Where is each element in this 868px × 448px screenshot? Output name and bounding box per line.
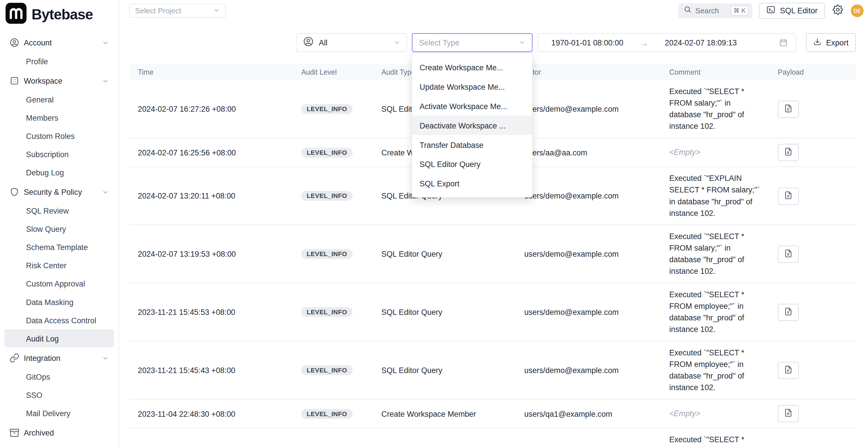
- sidebar-item-custom-roles[interactable]: Custom Roles: [4, 127, 114, 145]
- sidebar-item-sql-review[interactable]: SQL Review: [4, 201, 114, 220]
- menu-item-transfer-database[interactable]: Transfer Database: [412, 135, 533, 155]
- cell-audit-type: SQL Editor Query: [373, 244, 515, 264]
- bytebase-logo-icon: [5, 3, 27, 26]
- download-icon: [813, 38, 822, 47]
- user-circle-icon: [9, 38, 20, 47]
- file-icon: [784, 249, 793, 259]
- column-header-audit-level: Audit Level: [292, 68, 373, 76]
- sidebar-item-sso[interactable]: SSO: [4, 386, 114, 404]
- sidebar-item-workspace[interactable]: Workspace: [4, 71, 114, 90]
- sidebar-nav: Account Profile Workspace General Member…: [0, 28, 118, 442]
- actor-scope-select[interactable]: All: [296, 33, 407, 52]
- cell-actor: users/qa1@example.com: [515, 404, 660, 424]
- sidebar-item-subscription[interactable]: Subscription: [4, 145, 114, 163]
- cell-actor: users/demo@example.com: [515, 186, 660, 206]
- file-icon: [784, 191, 793, 201]
- sidebar-section-label: Workspace: [24, 76, 102, 85]
- cell-audit-type: SQL Editor Query: [373, 360, 515, 380]
- sidebar-item-schema-template[interactable]: Schema Template: [4, 238, 114, 256]
- payload-button[interactable]: [778, 187, 799, 204]
- chevron-down-icon: [213, 7, 220, 14]
- sidebar-item-label: Mail Delivery: [26, 409, 70, 418]
- sidebar-item-audit-log[interactable]: Audit Log: [4, 329, 114, 348]
- sidebar-item-gitops[interactable]: GitOps: [4, 367, 114, 386]
- audit-level-badge: LEVEL_INFO: [301, 249, 353, 259]
- date-range-picker[interactable]: 1970-01-01 08:00:00 → 2024-02-07 18:09:1…: [538, 33, 796, 52]
- menu-item-sql-export[interactable]: SQL Export: [412, 174, 533, 193]
- payload-button[interactable]: [778, 246, 799, 262]
- cell-time: 2023-11-21 15:45:53 +08:00: [129, 302, 292, 322]
- sidebar-section-label: Account: [24, 38, 102, 47]
- menu-item-deactivate-workspace-member[interactable]: Deactivate Workspace ...: [412, 116, 533, 135]
- sql-editor-button[interactable]: SQL Editor: [759, 3, 825, 19]
- cell-audit-type: SQL Editor Query: [373, 302, 515, 322]
- audit-level-badge: LEVEL_INFO: [301, 307, 353, 317]
- cell-time: 2024-02-07 13:19:53 +08:00: [129, 244, 292, 264]
- date-start-value: 1970-01-01 08:00:00: [551, 38, 623, 47]
- menu-item-sql-editor-query[interactable]: SQL Editor Query: [412, 154, 533, 174]
- file-icon: [784, 147, 793, 158]
- search-icon: [684, 5, 691, 15]
- sidebar-item-label: GitOps: [26, 372, 50, 381]
- table-row: 2023-11-04 22:48:30 +08:00 LEVEL_INFO Cr…: [129, 399, 856, 428]
- payload-button[interactable]: [778, 144, 799, 161]
- payload-button[interactable]: [778, 405, 799, 422]
- file-icon: [784, 408, 793, 419]
- arrow-right-icon: →: [640, 38, 648, 47]
- sidebar-item-mail-delivery[interactable]: Mail Delivery: [4, 404, 114, 422]
- sidebar-item-general[interactable]: General: [4, 90, 114, 108]
- file-icon: [784, 307, 793, 317]
- sidebar-item-label: General: [26, 95, 54, 104]
- cell-actor: users/demo@example.com: [515, 99, 660, 119]
- sidebar-item-archived[interactable]: Archived: [4, 423, 114, 442]
- sidebar-item-debug-log[interactable]: Debug Log: [4, 163, 114, 182]
- sidebar-item-security-policy[interactable]: Security & Policy: [4, 183, 114, 201]
- sidebar-item-label: Audit Log: [26, 334, 59, 343]
- audit-level-badge: LEVEL_INFO: [301, 365, 353, 375]
- payload-button[interactable]: [778, 303, 799, 321]
- sidebar-item-risk-center[interactable]: Risk Center: [4, 256, 114, 274]
- sidebar-item-data-masking[interactable]: Data Masking: [4, 293, 114, 311]
- export-button[interactable]: Export: [806, 33, 856, 52]
- search-shortcut: ⌘ K: [731, 5, 748, 15]
- sidebar-section-label: Security & Policy: [24, 188, 102, 196]
- app-root: Bytebase Account Profile Workspace Gener…: [0, 0, 868, 448]
- cell-time: 2024-02-07 13:20:11 +08:00: [129, 186, 292, 206]
- gear-icon: [833, 4, 843, 17]
- cell-actor: users/demo@example.com: [515, 244, 660, 264]
- table-row: 2023-11-21 15:45:53 +08:00 LEVEL_INFO SQ…: [129, 283, 856, 342]
- audit-level-badge: LEVEL_INFO: [301, 148, 353, 157]
- menu-item-activate-workspace-member[interactable]: Activate Workspace Me...: [412, 96, 533, 116]
- menu-item-update-workspace-member[interactable]: Update Workspace Me...: [412, 77, 533, 96]
- sidebar-item-label: Subscription: [26, 150, 69, 159]
- main-area: Select Project Search ⌘ K SQL Editor DE …: [119, 0, 868, 448]
- shield-icon: [9, 187, 20, 197]
- sidebar-item-members[interactable]: Members: [4, 108, 114, 127]
- column-header-actor: Actor: [515, 68, 660, 76]
- avatar[interactable]: DE: [851, 4, 864, 17]
- topbar: Select Project Search ⌘ K SQL Editor DE: [119, 0, 868, 21]
- sidebar-item-integration[interactable]: Integration: [4, 349, 114, 367]
- sidebar-item-profile[interactable]: Profile: [4, 52, 114, 70]
- settings-button[interactable]: [833, 4, 843, 17]
- menu-item-create-workspace-member[interactable]: Create Workspace Me...: [412, 58, 533, 77]
- sidebar-item-custom-approval[interactable]: Custom Approval: [4, 274, 114, 293]
- brand-logo[interactable]: Bytebase: [0, 0, 118, 28]
- cell-comment: Executed `"EXPLAIN SELECT * FROM salary;…: [660, 167, 769, 225]
- sidebar-item-account[interactable]: Account: [4, 33, 114, 52]
- sidebar-item-slow-query[interactable]: Slow Query: [4, 220, 114, 238]
- export-label: Export: [826, 38, 848, 47]
- sidebar-item-label: Custom Roles: [26, 131, 75, 140]
- cell-comment: <Empty>: [660, 402, 769, 425]
- column-header-payload: Payload: [769, 68, 856, 76]
- sidebar-item-data-access-control[interactable]: Data Access Control: [4, 311, 114, 329]
- payload-button[interactable]: [778, 100, 799, 118]
- search-input[interactable]: Search ⌘ K: [678, 3, 752, 18]
- payload-button[interactable]: [778, 361, 799, 379]
- sidebar: Bytebase Account Profile Workspace Gener…: [0, 0, 119, 448]
- sql-editor-label: SQL Editor: [780, 6, 817, 15]
- project-select[interactable]: Select Project: [129, 3, 226, 18]
- avatar-initials: DE: [854, 7, 861, 13]
- audit-type-select[interactable]: Select Type: [412, 33, 533, 52]
- brand-name: Bytebase: [32, 6, 93, 23]
